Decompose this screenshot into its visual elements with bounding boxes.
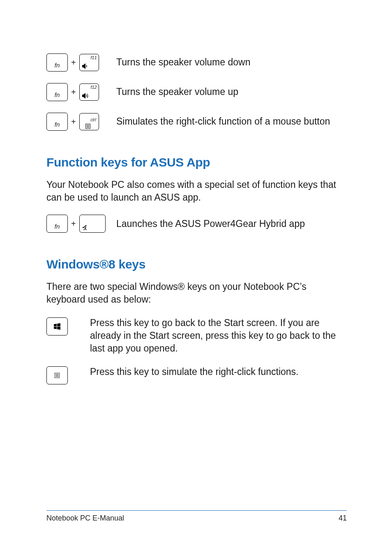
description-text: Simulates the right-click function of a … [108, 115, 347, 128]
volume-down-icon [82, 63, 90, 69]
key-single [46, 317, 88, 337]
plus-sign: + [71, 58, 76, 67]
f11-label: f11 [90, 55, 97, 60]
description-text: Press this key to go back to the Start s… [88, 317, 347, 355]
page-footer: Notebook PC E-Manual 41 [46, 510, 347, 523]
fn-label: fn [55, 223, 60, 232]
f12-key: f12 [79, 83, 99, 101]
windows-key-start: Press this key to go back to the Start s… [46, 317, 347, 355]
key-combo: fn + f11 [46, 53, 108, 72]
section-heading-asus: Function keys for ASUS App [46, 155, 347, 169]
windows-logo-icon [54, 323, 60, 330]
fn-key: fn [46, 53, 68, 72]
section-body-asus: Your Notebook PC also comes with a speci… [46, 178, 347, 204]
manual-page: fn + f11 Turns the speaker volume down f… [0, 0, 392, 553]
fn-space-power4gear: fn + Launches the ASUS Power4Gear Hybrid… [46, 215, 347, 233]
volume-up-icon [82, 93, 90, 99]
plus-sign: + [71, 88, 76, 97]
key-combo: fn + [46, 215, 112, 233]
fn-key: fn [46, 113, 68, 131]
description-text: Turns the speaker volume down [108, 56, 347, 69]
ctrl-menu-key: ctrl [79, 113, 99, 130]
plus-sign: + [71, 117, 76, 127]
description-text: Turns the speaker volume up [108, 86, 347, 98]
context-menu-icon [85, 124, 90, 129]
context-menu-icon [55, 373, 60, 378]
page-number: 41 [339, 514, 347, 523]
f12-label: f12 [90, 85, 97, 90]
section-body-windows: There are two special Windows® keys on y… [46, 280, 347, 306]
key-single [46, 366, 88, 386]
fn-label: fn [55, 91, 60, 101]
runner-icon [81, 224, 88, 231]
key-combo: fn + f12 [46, 83, 108, 101]
fn-f12-volume-up: fn + f12 Turns the speaker volume up [46, 83, 347, 101]
fn-key: fn [46, 83, 68, 101]
fn-f11-volume-down: fn + f11 Turns the speaker volume down [46, 53, 347, 72]
description-text: Press this key to simulate the right-cli… [88, 366, 347, 378]
plus-sign: + [71, 219, 76, 229]
fn-ctrl-right-click: fn + ctrl Simulates the right-click func… [46, 113, 347, 131]
footer-title: Notebook PC E-Manual [46, 514, 124, 523]
menu-key [46, 366, 68, 384]
space-key [79, 215, 106, 233]
fn-label: fn [55, 62, 60, 71]
f11-key: f11 [79, 54, 99, 71]
description-text: Launches the ASUS Power4Gear Hybrid app [112, 217, 347, 230]
windows-key [46, 317, 68, 336]
section-heading-windows: Windows®8 keys [46, 257, 347, 271]
fn-key: fn [46, 215, 68, 233]
fn-label: fn [55, 121, 60, 130]
svg-point-4 [85, 225, 86, 226]
menu-key-right-click: Press this key to simulate the right-cli… [46, 366, 347, 386]
key-combo: fn + ctrl [46, 113, 108, 131]
ctrl-label: ctrl [90, 118, 96, 122]
